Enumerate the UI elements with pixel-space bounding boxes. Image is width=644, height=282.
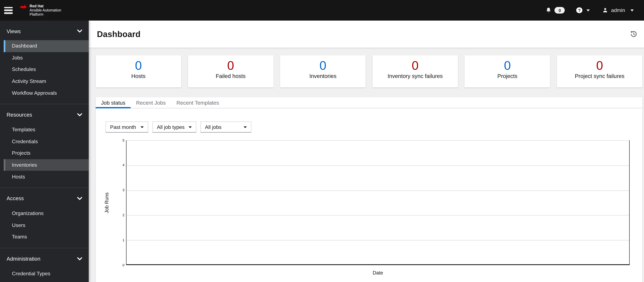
caret-down-icon [586,9,590,11]
summary-card-count[interactable]: 0 [135,59,142,72]
tab-recent-jobs[interactable]: Recent Jobs [131,97,171,108]
chevron-down-icon [77,29,82,33]
summary-card-inventories: 0 Inventories [280,55,366,87]
plot-area [126,140,630,265]
sidebar-group-toggle-access[interactable]: Access [0,192,89,205]
summary-card-label: Inventories [310,73,336,79]
question-circle-icon: ? [576,7,582,13]
y-tick-label-1: 1 [96,238,124,242]
summary-cards-row: 0 Hosts 0 Failed hosts 0 Inventories 0 I… [96,55,642,87]
nav-item-label: Jobs [12,55,23,61]
nav-item-label: Users [12,222,26,228]
summary-card-projects: 0 Projects [465,55,550,87]
summary-card-count[interactable]: 0 [504,59,511,72]
caret-down-icon [188,126,192,128]
notification-count-badge: 0 [554,7,565,13]
summary-card-count[interactable]: 0 [320,59,326,72]
chevron-down-icon [77,113,82,117]
nav-toggle-button[interactable] [4,7,13,14]
caret-down-icon [140,126,144,128]
nav-item-label: Workflow Approvals [12,90,57,96]
bell-icon [546,7,552,13]
sidebar-item-credentials[interactable]: Credentials [4,136,89,147]
sidebar-item-notifications[interactable]: Notifications [4,280,89,282]
gridline-y-4 [126,165,629,166]
filter-select-past-month[interactable]: Past month [106,122,148,133]
select-value: Past month [110,124,136,130]
summary-card-count[interactable]: 0 [227,59,234,72]
summary-card-project-sync-failures: 0 Project sync failures [557,55,642,87]
summary-card-label: Failed hosts [216,73,246,79]
gridline-y-2 [126,215,629,216]
sidebar-item-dashboard[interactable]: Dashboard [4,40,89,52]
y-tick-label-5: 5 [96,138,124,142]
brand-product-line1: Ansible Automation [30,8,61,12]
page-title: Dashboard [97,29,140,39]
user-name: admin [611,7,625,13]
summary-card-label: Projects [497,73,517,79]
select-value: All job types [157,124,184,130]
hamburger-bar [4,12,13,14]
sidebar-item-schedules[interactable]: Schedules [4,64,89,75]
summary-card-count[interactable]: 0 [412,59,418,72]
summary-card-label: Hosts [132,73,146,79]
x-axis-title: Date [126,270,630,276]
sidebar-group-views: Views Dashboard Jobs Schedules Activity … [0,20,89,104]
filter-select-all-job-types[interactable]: All job types [152,122,196,133]
red-hat-fedora-icon [19,4,28,10]
sidebar-item-templates[interactable]: Templates [4,124,89,136]
sidebar-item-inventories[interactable]: Inventories [4,159,89,171]
y-tick-label-3: 3 [96,188,124,192]
sidebar-item-jobs[interactable]: Jobs [4,52,89,64]
y-tick-label-2: 2 [96,213,124,217]
sidebar-group-administration: Administration Credential Types Notifica… [0,248,89,282]
brand-logo: Red Hat Ansible Automation Platform [19,4,61,16]
sidebar-item-workflow-approvals[interactable]: Workflow Approvals [4,87,89,99]
sidebar-item-projects[interactable]: Projects [4,147,89,159]
sidebar-item-organizations[interactable]: Organizations [4,208,89,220]
filters-row: Past month All job types All jobs [106,122,642,133]
summary-card-label: Project sync failures [575,73,624,79]
sidebar-item-credential-types[interactable]: Credential Types [4,268,89,280]
nav-item-label: Credential Types [12,271,50,277]
user-menu-button[interactable]: admin [602,7,634,13]
sidebar-group-toggle-administration[interactable]: Administration [0,252,89,265]
sidebar-nav: Views Dashboard Jobs Schedules Activity … [0,20,89,282]
tab-recent-templates[interactable]: Recent Templates [171,97,224,108]
nav-item-label: Hosts [12,174,25,180]
tab-job-status[interactable]: Job status [96,97,130,108]
summary-card-hosts: 0 Hosts [96,55,181,87]
caret-down-icon [630,9,634,11]
nav-group-label: Views [6,28,21,34]
history-button[interactable] [630,30,638,38]
sidebar-item-users[interactable]: Users [4,219,89,231]
nav-item-label: Projects [12,150,30,156]
hamburger-bar [4,7,13,8]
nav-item-label: Credentials [12,139,38,144]
sidebar-group-toggle-resources[interactable]: Resources [0,108,89,121]
sidebar-item-hosts[interactable]: Hosts [4,171,89,183]
history-icon [630,30,638,38]
sidebar-group-toggle-views[interactable]: Views [0,24,89,38]
help-menu-button[interactable]: ? [576,7,590,13]
sidebar-group-resources: Resources Templates Credentials Projects… [0,104,89,188]
sidebar-item-activity-stream[interactable]: Activity Stream [4,75,89,87]
chevron-down-icon [77,257,82,261]
y-axis-title-text: Job Runs [104,192,110,213]
y-tick-label-4: 4 [96,164,124,167]
user-icon [602,7,608,13]
sidebar-item-teams[interactable]: Teams [4,231,89,243]
app-root: Red Hat Ansible Automation Platform 0 ? [0,0,644,282]
notifications-button[interactable] [546,7,552,13]
summary-card-failed-hosts: 0 Failed hosts [188,55,273,87]
nav-item-label: Organizations [12,211,44,216]
nav-item-label: Inventories [12,162,37,168]
filter-select-all-jobs[interactable]: All jobs [200,122,251,133]
summary-card-count[interactable]: 0 [596,59,603,72]
summary-card-label: Inventory sync failures [388,73,443,79]
tabs-bar: Job status Recent Jobs Recent Templates [96,97,642,108]
chevron-down-icon [77,197,82,200]
sidebar-group-access: Access Organizations Users Teams [0,188,89,248]
brand-product-line2: Platform [30,12,61,16]
hamburger-bar [4,9,13,11]
